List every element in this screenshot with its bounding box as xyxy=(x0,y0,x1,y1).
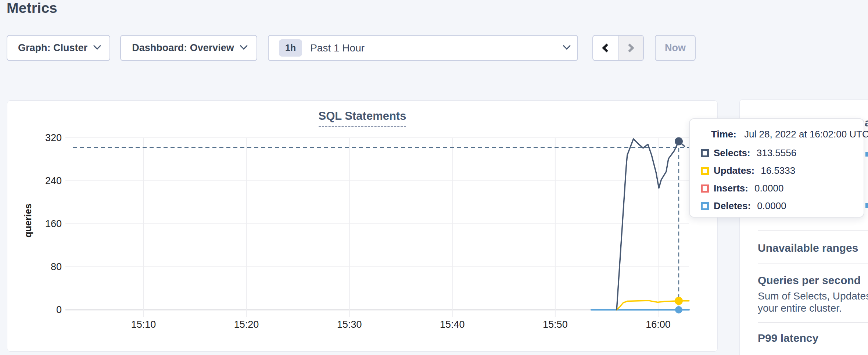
time-range-badge: 1h xyxy=(279,39,302,57)
sidebar-item-unavailable-ranges: Unavailable ranges xyxy=(758,242,858,254)
tooltip-row-updates: Updates: 16.5333 xyxy=(690,166,864,176)
inserts-legend-swatch-icon xyxy=(701,184,709,193)
tooltip-time-row: Time: Jul 28, 2022 at 16:02:00 UTC xyxy=(690,129,864,140)
tooltip-series-value: 313.5556 xyxy=(757,147,796,159)
dashboard-dropdown[interactable]: Dashboard: Overview xyxy=(120,35,257,61)
prev-time-button[interactable] xyxy=(593,36,618,60)
tooltip-series-label: Updates: xyxy=(714,165,754,176)
tooltip-series-value: 16.5333 xyxy=(761,165,795,176)
next-time-button[interactable] xyxy=(618,36,643,60)
sidebar-clipped-blue-mark xyxy=(865,203,868,208)
sidebar-item-queries-per-second: Queries per second xyxy=(758,274,861,287)
tooltip-time-value: Jul 28, 2022 at 16:02:00 UTC xyxy=(744,129,868,140)
sidebar-item-p99-latency: P99 latency xyxy=(758,332,818,344)
chart-title-wrap: SQL Statements xyxy=(7,110,718,127)
dashboard-dropdown-label: Dashboard: Overview xyxy=(132,42,234,54)
tooltip-row-deletes: Deletes: 0.0000 xyxy=(690,201,864,211)
sidebar-item-description-line: your entire cluster. xyxy=(758,302,842,314)
chevron-down-icon xyxy=(93,42,101,50)
sidebar-clipped-blue-mark xyxy=(865,152,868,157)
sidebar-divider xyxy=(758,322,868,323)
tooltip-row-selects: Selects: 313.5556 xyxy=(690,148,864,158)
chevron-down-icon xyxy=(563,42,571,50)
tooltip-series-label: Deletes: xyxy=(714,200,751,212)
sql-statements-chart-card xyxy=(7,100,718,352)
tooltip-series-value: 0.0000 xyxy=(757,200,786,212)
chevron-right-icon xyxy=(625,43,634,52)
sidebar-item-description-line: Sum of Selects, Updates, Inser xyxy=(758,290,868,302)
updates-legend-swatch-icon xyxy=(701,167,709,175)
deletes-legend-swatch-icon xyxy=(701,202,709,210)
time-nav-group xyxy=(592,35,644,61)
tooltip-series-value: 0.0000 xyxy=(754,183,784,194)
tooltip-series-label: Selects: xyxy=(714,147,750,159)
graph-dropdown-label: Graph: Cluster xyxy=(18,42,87,54)
page-title: Metrics xyxy=(7,0,57,16)
chevron-down-icon xyxy=(240,42,248,50)
tooltip-row-inserts: Inserts: 0.0000 xyxy=(690,183,864,193)
selects-legend-swatch-icon xyxy=(701,149,709,157)
time-range-label: Past 1 Hour xyxy=(310,42,365,54)
tooltip-series-label: Inserts: xyxy=(714,183,748,194)
sidebar-divider xyxy=(758,263,868,264)
sidebar-divider xyxy=(758,230,868,231)
now-button[interactable]: Now xyxy=(655,35,696,61)
tooltip-time-label: Time: xyxy=(711,129,736,140)
chart-hover-tooltip: Time: Jul 28, 2022 at 16:02:00 UTC Selec… xyxy=(689,118,864,218)
graph-dropdown[interactable]: Graph: Cluster xyxy=(7,35,110,61)
time-range-dropdown[interactable]: 1h Past 1 Hour xyxy=(268,35,578,61)
sidebar-clipped-heading: a xyxy=(865,116,868,129)
chart-title[interactable]: SQL Statements xyxy=(319,110,406,127)
chevron-left-icon xyxy=(602,43,611,52)
